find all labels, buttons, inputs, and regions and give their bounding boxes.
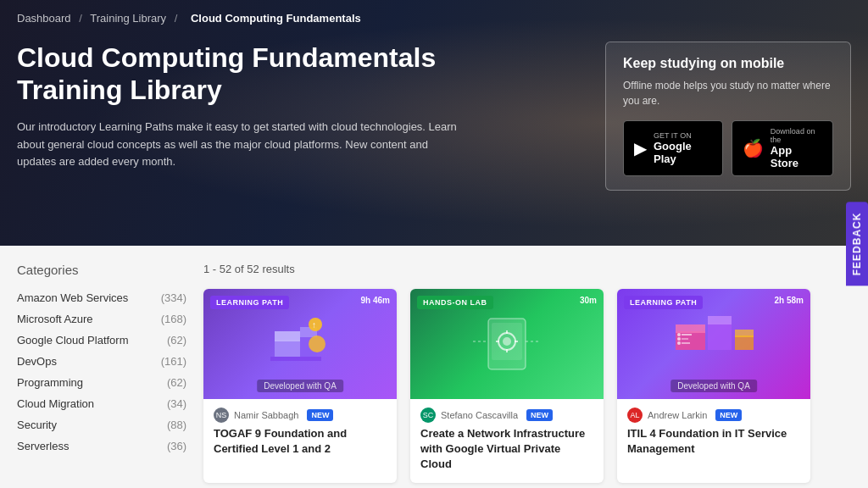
- sidebar-item-azure[interactable]: Microsoft Azure (168): [17, 308, 186, 330]
- google-play-main: Google Play: [654, 140, 712, 165]
- hero-content: Cloud Computing Fundamentals Training Li…: [0, 25, 868, 191]
- sidebar-item-cloud-migration-name: Cloud Migration: [17, 397, 94, 410]
- sidebar-item-aws-count: (334): [161, 291, 186, 304]
- hero-title: Cloud Computing Fundamentals Training Li…: [17, 42, 492, 107]
- sidebar-item-aws-name: Amazon Web Services: [17, 291, 128, 304]
- sidebar-item-serverless-name: Serverless: [17, 440, 69, 452]
- card-togaf-title: TOGAF 9 Foundation and Certified Level 1…: [214, 426, 387, 457]
- breadcrumb-sep2: /: [175, 12, 178, 25]
- card-itil-qa: Developed with QA: [670, 380, 757, 392]
- feedback-tab[interactable]: FEEDBACK: [846, 202, 868, 286]
- card-itil-author-row: AL Andrew Larkin NEW: [627, 408, 800, 423]
- cards-grid: LEARNING PATH 9h 46m: [203, 289, 851, 483]
- sidebar-item-programming-name: Programming: [17, 376, 83, 389]
- card-network-new-badge: NEW: [526, 409, 553, 421]
- sidebar-item-serverless[interactable]: Serverless (36): [17, 435, 186, 457]
- card-togaf-avatar: NS: [214, 408, 229, 423]
- sidebar-item-azure-name: Microsoft Azure: [17, 313, 93, 325]
- svg-rect-5: [270, 357, 321, 361]
- breadcrumb-dashboard[interactable]: Dashboard: [17, 12, 71, 25]
- app-store-main: App Store: [771, 144, 822, 169]
- sidebar-item-security-count: (88): [167, 419, 186, 431]
- card-network-body: SC Stefano Cascavilla NEW Create a Netwo…: [410, 399, 604, 483]
- card-itil-body: AL Andrew Larkin NEW ITIL 4 Foundation i…: [617, 399, 810, 467]
- sidebar-item-programming[interactable]: Programming (62): [17, 372, 186, 393]
- card-togaf-qa: Developed with QA: [257, 380, 343, 392]
- breadcrumb-current: Cloud Computing Fundamentals: [191, 12, 361, 25]
- card-itil-type-badge: LEARNING PATH: [624, 296, 703, 309]
- card-itil-author-name: Andrew Larkin: [648, 410, 707, 420]
- card-itil-new-badge: NEW: [715, 409, 742, 421]
- card-network-author-row: SC Stefano Cascavilla NEW: [420, 408, 593, 423]
- svg-rect-26: [682, 342, 690, 344]
- svg-rect-24: [682, 334, 692, 336]
- google-play-button[interactable]: ▶ GET IT ON Google Play: [623, 120, 723, 176]
- svg-point-27: [677, 333, 681, 336]
- sidebar-item-security-name: Security: [17, 419, 57, 431]
- card-network-avatar: SC: [420, 408, 436, 423]
- svg-rect-0: [275, 340, 300, 357]
- card-network-title: Create a Network Infrastructure with Goo…: [420, 426, 593, 473]
- breadcrumb-training-library[interactable]: Training Library: [90, 12, 166, 25]
- sidebar-item-serverless-count: (36): [167, 440, 186, 452]
- app-store-sub: Download on the: [771, 127, 822, 144]
- mobile-banner: Keep studying on mobile Offline mode hel…: [605, 42, 851, 191]
- card-itil-duration: 2h 58m: [775, 296, 804, 305]
- card-togaf[interactable]: LEARNING PATH 9h 46m: [203, 289, 397, 483]
- sidebar-item-gcp-count: (62): [167, 334, 186, 347]
- sidebar-item-gcp[interactable]: Google Cloud Platform (62): [17, 330, 186, 351]
- svg-point-29: [677, 341, 681, 345]
- card-itil-title: ITIL 4 Foundation in IT Service Manageme…: [627, 426, 800, 457]
- sidebar-item-azure-count: (168): [161, 313, 186, 325]
- sidebar-item-security[interactable]: Security (88): [17, 414, 186, 435]
- hero-section: Dashboard / Training Library / Cloud Com…: [0, 0, 868, 246]
- app-store-text: Download on the App Store: [771, 127, 822, 169]
- card-togaf-author-row: NS Namir Sabbagh NEW: [214, 408, 387, 423]
- results-section: 1 - 52 of 52 results LEARNING PATH 9h 46…: [203, 263, 851, 483]
- card-togaf-body: NS Namir Sabbagh NEW TOGAF 9 Foundation …: [203, 399, 397, 467]
- card-network-initials: SC: [423, 411, 434, 419]
- svg-rect-21: [708, 316, 732, 324]
- mobile-banner-title: Keep studying on mobile: [623, 56, 833, 71]
- card-network-author-name: Stefano Cascavilla: [441, 410, 518, 420]
- card-itil[interactable]: LEARNING PATH 2h 58m: [617, 289, 810, 483]
- hero-left: Cloud Computing Fundamentals Training Li…: [17, 42, 492, 171]
- sidebar-item-aws[interactable]: Amazon Web Services (334): [17, 287, 186, 308]
- svg-point-4: [309, 336, 326, 352]
- card-network-duration: 30m: [580, 296, 597, 305]
- card-togaf-initials: NS: [216, 411, 227, 419]
- store-buttons: ▶ GET IT ON Google Play 🍎 Download on th…: [623, 120, 833, 176]
- card-togaf-author-name: Namir Sabbagh: [234, 410, 298, 420]
- card-network-type-badge: HANDS-ON LAB: [417, 296, 493, 309]
- sidebar-item-cloud-migration-count: (34): [167, 397, 186, 410]
- app-store-button[interactable]: 🍎 Download on the App Store: [732, 120, 833, 176]
- apple-icon: 🍎: [743, 138, 764, 158]
- sidebar-item-devops-name: DevOps: [17, 355, 57, 368]
- sidebar-item-cloud-migration[interactable]: Cloud Migration (34): [17, 393, 186, 414]
- google-play-icon: ▶: [634, 138, 647, 158]
- card-togaf-new-badge: NEW: [307, 409, 333, 421]
- card-togaf-duration: 9h 46m: [361, 296, 390, 305]
- svg-text:↑: ↑: [312, 320, 316, 330]
- svg-point-28: [677, 337, 681, 341]
- sidebar-item-programming-count: (62): [167, 376, 186, 389]
- svg-point-11: [503, 337, 511, 346]
- breadcrumb: Dashboard / Training Library / Cloud Com…: [0, 0, 868, 25]
- card-network[interactable]: HANDS-ON LAB 30m: [410, 289, 604, 483]
- card-togaf-thumb: LEARNING PATH 9h 46m: [203, 289, 397, 399]
- sidebar-title: Categories: [17, 263, 186, 277]
- card-itil-thumb: LEARNING PATH 2h 58m: [617, 289, 810, 399]
- google-play-sub: GET IT ON: [654, 131, 712, 140]
- sidebar-item-devops-count: (161): [161, 355, 186, 368]
- mobile-banner-subtitle: Offline mode helps you study no matter w…: [623, 78, 833, 108]
- sidebar-item-gcp-name: Google Cloud Platform: [17, 334, 129, 347]
- hero-description: Our introductory Learning Paths make it …: [17, 119, 458, 171]
- google-play-text: GET IT ON Google Play: [654, 131, 712, 165]
- svg-rect-20: [708, 323, 732, 350]
- svg-rect-23: [735, 330, 754, 337]
- card-itil-initials: AL: [630, 411, 639, 419]
- breadcrumb-sep1: /: [79, 12, 82, 25]
- main-content: Categories Amazon Web Services (334) Mic…: [0, 246, 868, 488]
- card-togaf-type-badge: LEARNING PATH: [210, 296, 289, 309]
- sidebar-item-devops[interactable]: DevOps (161): [17, 351, 186, 372]
